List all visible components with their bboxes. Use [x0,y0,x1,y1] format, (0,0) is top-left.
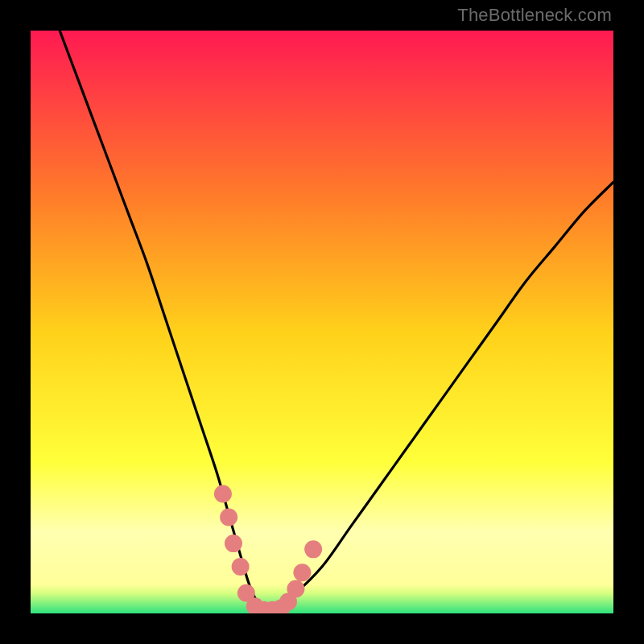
curve-marker [293,564,311,581]
curve-marker [225,535,242,552]
curve-marker [304,540,322,558]
curve-layer [31,31,613,613]
curve-marker [232,558,250,576]
bottleneck-curve [60,31,613,611]
curve-marker [220,509,237,526]
chart-frame: TheBottleneck.com [0,0,644,644]
curve-marker [214,485,232,503]
marker-group [214,485,322,613]
watermark-text: TheBottleneck.com [457,5,612,26]
curve-marker [287,580,304,598]
plot-area [31,31,613,613]
